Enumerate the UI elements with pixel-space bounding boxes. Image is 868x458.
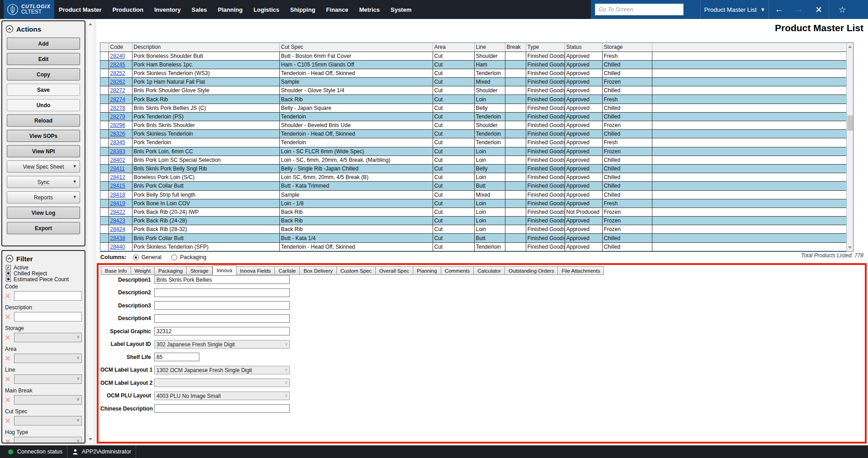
table-row[interactable]: 28440Pork Skinless Tenderloin (SFP)Tende… <box>100 242 846 251</box>
row-selector-cell[interactable] <box>100 164 108 173</box>
row-selector-cell[interactable] <box>100 78 108 86</box>
add-button[interactable]: Add <box>7 38 80 50</box>
export-button[interactable]: Export <box>7 222 80 234</box>
code-link[interactable]: 28438 <box>110 235 125 241</box>
clear-filter-icon[interactable]: ✕ <box>5 333 14 342</box>
scroll-down-icon[interactable] <box>89 438 92 440</box>
menu-item-system[interactable]: System <box>391 6 411 13</box>
clear-filter-icon[interactable]: ✕ <box>5 291 14 301</box>
favorite-star-icon[interactable]: ☆ <box>829 5 855 15</box>
table-row[interactable]: 28252Pork Skinless Tenderloin (WS3)Tende… <box>100 69 846 77</box>
field-select-label-layout-id[interactable]: 302 Japanese Fresh Single Digit˅ <box>154 340 290 349</box>
filter-select-main-break[interactable]: ˅ <box>14 395 82 405</box>
code-link[interactable]: 28424 <box>110 226 125 232</box>
menu-item-production[interactable]: Production <box>113 6 144 13</box>
view-npi-button[interactable]: View NPI <box>7 145 80 157</box>
clear-filter-icon[interactable]: ✕ <box>5 354 14 363</box>
row-selector-cell[interactable] <box>100 60 108 69</box>
view-log-button[interactable]: View Log <box>7 207 80 219</box>
row-selector-cell[interactable] <box>100 147 108 156</box>
code-link[interactable]: 28415 <box>110 183 125 189</box>
tab-outstanding-orders[interactable]: Outstanding Orders <box>505 266 558 275</box>
field-select-ocm-label-layout-1[interactable]: 1302 OCM Japanese Fresh Single Digit˅ <box>154 366 290 374</box>
menu-item-sales[interactable]: Sales <box>192 6 207 13</box>
tab-overall-spec[interactable]: Overall Spec <box>376 266 413 275</box>
table-row[interactable]: 28418Pork Belly Strip full lengthSampleC… <box>100 190 846 199</box>
table-row[interactable]: 28412Boneless Pork Loin (S/C)Loin SC, 6m… <box>100 173 846 182</box>
code-link[interactable]: 28252 <box>110 70 125 76</box>
menu-item-product-master[interactable]: Product Master <box>59 6 102 13</box>
undo-button[interactable]: Undo <box>7 99 80 111</box>
menu-item-finance[interactable]: Finance <box>326 6 348 13</box>
code-link[interactable]: 28418 <box>110 192 125 198</box>
row-selector-cell[interactable] <box>100 86 108 95</box>
row-selector-cell[interactable] <box>100 199 108 208</box>
menu-item-planning[interactable]: Planning <box>218 6 243 13</box>
filter-select-hog-type[interactable]: ˅ <box>14 437 82 444</box>
collapse-chevron-icon[interactable] <box>5 25 14 33</box>
field-select-ocm-label-layout-2[interactable]: ˅ <box>154 378 290 387</box>
row-selector-cell[interactable] <box>100 225 108 234</box>
code-link[interactable]: 28272 <box>110 87 125 94</box>
code-link[interactable]: 28279 <box>110 113 125 120</box>
table-row[interactable]: 28240Pork Boneless Shoulder ButtButt - B… <box>100 52 846 60</box>
save-button[interactable]: Save <box>7 84 80 96</box>
scroll-down-icon[interactable] <box>848 246 852 249</box>
tab-planning[interactable]: Planning <box>413 266 441 275</box>
tab-carlisle[interactable]: Carlisle <box>275 266 300 275</box>
filter-select-area[interactable]: ˅ <box>14 354 82 363</box>
sidebar-scrollbar[interactable] <box>87 20 94 443</box>
code-link[interactable]: 28296 <box>110 122 125 128</box>
tab-file-attachments[interactable]: File Attachments <box>558 266 604 275</box>
code-link[interactable]: 28412 <box>110 174 125 180</box>
filter-checkbox-chilled-reject[interactable]: Chilled Reject <box>6 270 85 276</box>
code-link[interactable]: 28383 <box>110 148 125 155</box>
menu-item-shipping[interactable]: Shipping <box>290 6 316 13</box>
clear-filter-icon[interactable]: ✕ <box>5 416 14 425</box>
row-selector-cell[interactable] <box>100 112 108 121</box>
row-selector-cell[interactable] <box>100 156 108 164</box>
clear-filter-icon[interactable]: ✕ <box>5 395 14 405</box>
code-link[interactable]: 28402 <box>110 157 125 163</box>
back-arrow-icon[interactable]: ← <box>769 5 789 14</box>
menu-item-logistics[interactable]: Logistics <box>254 6 279 13</box>
scrollbar-thumb[interactable] <box>847 115 853 131</box>
tab-base-info[interactable]: Base Info <box>101 266 131 275</box>
field-input-description2[interactable] <box>154 288 290 297</box>
table-row[interactable]: 28424Pork Back Rib (28-32)Back RibCutLoi… <box>100 225 846 234</box>
radio-general[interactable]: General <box>133 254 161 260</box>
table-row[interactable]: 28278Bnls Sknls Pork Bellies JS (C)Belly… <box>100 104 846 112</box>
field-input-description3[interactable] <box>154 301 290 310</box>
menu-item-metrics[interactable]: Metrics <box>359 6 380 13</box>
row-selector-cell[interactable] <box>100 217 108 225</box>
tab-innova-fields[interactable]: Innova Fields <box>236 266 275 275</box>
filter-input-code[interactable] <box>14 291 82 301</box>
tab-storage[interactable]: Storage <box>187 266 212 275</box>
table-row[interactable]: 28411Bnls Sknls Pork Belly Sngl RibBelly… <box>100 164 846 173</box>
view-sops-button[interactable]: View SOPs <box>7 130 80 142</box>
filter-checkbox-active[interactable]: ✓Active <box>6 264 85 270</box>
column-header-status[interactable]: Status <box>565 43 602 52</box>
table-row[interactable]: 28272Bnls Pork Shoulder Glove StyleShoul… <box>100 86 846 95</box>
field-input-description4[interactable] <box>154 314 290 323</box>
table-row[interactable]: 28402Bnls Pork Loin SC Special Selection… <box>100 156 846 164</box>
tab-innova[interactable]: Innova <box>212 265 236 275</box>
table-row[interactable]: 28438Bnls Pork Collar ButtButt - Kata 1/… <box>100 234 846 242</box>
column-header-type[interactable]: Type <box>526 43 565 52</box>
filter-checkbox-estimated-piece-count[interactable]: Estimated Piece Count <box>6 276 85 282</box>
column-header-cut-spec[interactable]: Cut Spec <box>279 43 433 52</box>
copy-button[interactable]: Copy <box>7 68 80 80</box>
sync-button[interactable]: Sync▾ <box>7 176 80 188</box>
filter-select-storage[interactable]: ˅ <box>14 333 82 342</box>
table-row[interactable]: 28345Pork TenderloinTenderloinCutTenderl… <box>100 138 846 147</box>
table-row[interactable]: 28415Bnls Pork Collar ButtButt - Kata Tr… <box>100 182 846 190</box>
table-row[interactable]: 28326Pork Skinless TenderloinTenderloin … <box>100 130 846 138</box>
code-link[interactable]: 28440 <box>110 244 125 250</box>
row-selector-cell[interactable] <box>100 130 108 138</box>
collapse-chevron-icon[interactable] <box>5 255 14 263</box>
edit-button[interactable]: Edit <box>7 53 80 65</box>
field-input-special-graphic[interactable]: 32312 <box>154 327 290 335</box>
filter-select-cut-spec[interactable]: ˅ <box>14 416 82 425</box>
radio-packaging[interactable]: Packaging <box>171 254 206 260</box>
row-selector-cell[interactable] <box>100 52 108 60</box>
